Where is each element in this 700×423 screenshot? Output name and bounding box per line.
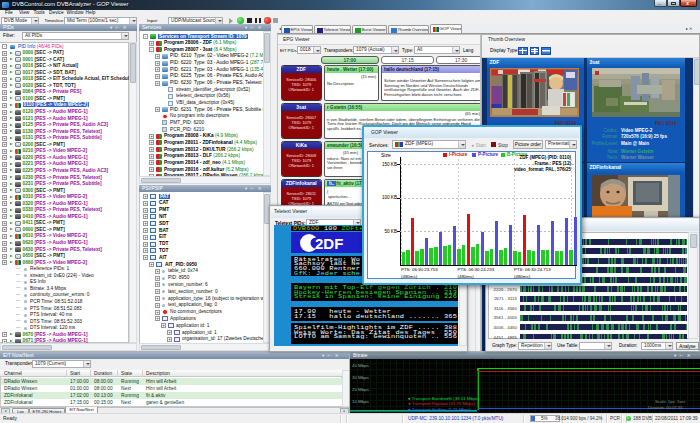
svg-text:2DF: 2DF (315, 234, 343, 251)
